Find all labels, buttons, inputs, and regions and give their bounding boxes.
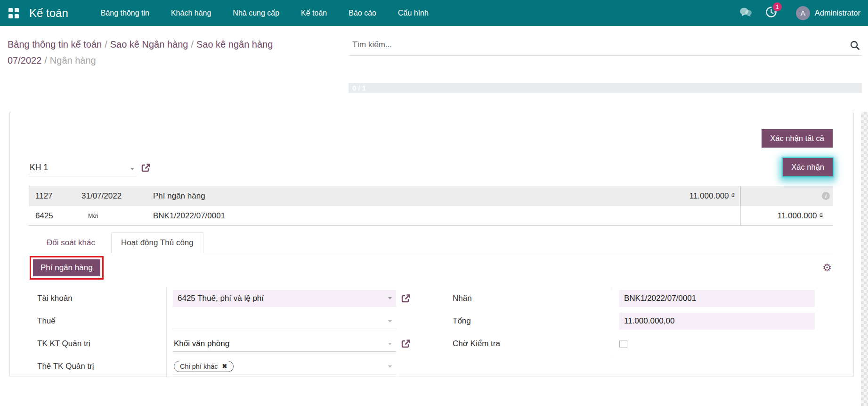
breadcrumb-current: Ngân hàng	[50, 55, 96, 66]
info-icon[interactable]: i	[822, 192, 830, 200]
tag-label: Chi phí khác	[180, 363, 218, 370]
cell-account: 1127	[29, 186, 81, 206]
journal-value: KH 1	[30, 163, 48, 172]
messages-icon[interactable]	[739, 7, 752, 19]
apps-grid-square	[15, 8, 19, 12]
chevron-down-icon[interactable]	[388, 320, 392, 323]
apps-grid-icon[interactable]	[8, 8, 19, 18]
table-row[interactable]: 1127 31/07/2022 Phí ngân hàng 11.000.000…	[29, 186, 833, 206]
account-select[interactable]: 6425 Thuế, phí và lệ phí	[173, 290, 396, 307]
page: Kế toán Bảng thông tin Khách hàng Nhà cu…	[0, 0, 868, 406]
external-link-icon[interactable]	[141, 163, 151, 173]
manual-operation-form: Tài khoản 6425 Thuế, phí và lệ phí	[29, 287, 833, 378]
app-title[interactable]: Kế toán	[29, 7, 68, 20]
cell-amount-debit: 11.000.000 ₫	[627, 186, 740, 206]
user-menu[interactable]: A Administrator	[796, 6, 860, 20]
breadcrumb-link-statements[interactable]: Sao kê Ngân hàng	[110, 39, 188, 50]
cell-label: Phí ngân hàng	[153, 186, 627, 206]
analytic-account-select[interactable]: Khối văn phòng	[173, 336, 396, 352]
navbar-right: 1 A Administrator	[739, 6, 868, 20]
control-panel: Bảng thông tin kế toán/Sao kê Ngân hàng/…	[0, 26, 868, 101]
field-label-account: Tài khoản	[29, 294, 166, 303]
breadcrumb: Bảng thông tin kế toán/Sao kê Ngân hàng/…	[8, 36, 337, 68]
tag-remove-icon[interactable]: ✖	[222, 363, 227, 369]
confirm-all-button[interactable]: Xác nhận tất cả	[762, 129, 833, 148]
tax-select[interactable]	[173, 313, 396, 329]
external-link-icon[interactable]	[401, 294, 411, 304]
table-row[interactable]: 6425 Mới BNK1/2022/07/0001 11.000.000 ₫	[29, 206, 833, 226]
chevron-down-icon[interactable]	[388, 343, 392, 345]
breadcrumb-separator: /	[102, 39, 110, 50]
field-label-analytic-account: TK KT Quản trị	[29, 339, 166, 348]
chevron-down-icon[interactable]	[388, 297, 392, 299]
menu-reports[interactable]: Báo cáo	[338, 0, 387, 26]
activities-clock-icon[interactable]: 1	[765, 6, 777, 20]
menu-vendors[interactable]: Nhà cung cấp	[222, 0, 290, 26]
tab-manual-operations[interactable]: Hoạt động Thủ công	[111, 232, 203, 253]
bank-fee-preset-button[interactable]: Phí ngân hàng	[33, 259, 100, 276]
field-label-to-check: Chờ Kiểm tra	[446, 339, 613, 348]
confirm-button[interactable]: Xác nhận	[783, 158, 833, 176]
notebook-tabs: Đối soát khác Hoạt động Thủ công	[29, 232, 833, 253]
tab-other-reconciliation[interactable]: Đối soát khác	[37, 233, 105, 253]
gear-icon[interactable]: ⚙	[822, 263, 832, 273]
field-label-total: Tổng	[446, 316, 613, 326]
cell-amount-credit: 11.000.000 ₫	[740, 206, 833, 225]
move-lines-table: 1127 31/07/2022 Phí ngân hàng 11.000.000…	[29, 186, 833, 226]
user-name: Administrator	[815, 8, 860, 17]
amount-value: 11.000.000 ₫	[778, 211, 823, 221]
tutorial-highlight-box: Phí ngân hàng	[30, 256, 104, 280]
search-area: 0 / 1	[349, 26, 862, 93]
main-menu: Bảng thông tin Khách hàng Nhà cung cấp K…	[90, 0, 439, 26]
field-label-name: Nhãn	[446, 294, 613, 303]
apps-grid-square	[15, 14, 19, 18]
to-check-checkbox[interactable]	[619, 340, 627, 348]
analytic-tags-select[interactable]: Chi phí khác ✖	[173, 358, 396, 374]
statement-line-card: Xác nhận tất cả KH 1 Xác nhận	[9, 112, 854, 376]
activity-count-badge: 1	[773, 2, 782, 11]
cell-date: 31/07/2022	[81, 186, 153, 206]
cell-label: BNK1/2022/07/0001	[153, 206, 627, 225]
pager: 0 / 1	[349, 83, 862, 93]
field-label-analytic-tags: Thẻ TK Quản trị	[29, 362, 166, 371]
breadcrumb-separator: /	[41, 55, 50, 66]
apps-grid-square	[8, 14, 13, 18]
label-value: BNK1/2022/07/0001	[624, 294, 696, 303]
top-navbar: Kế toán Bảng thông tin Khách hàng Nhà cu…	[0, 0, 868, 26]
account-value: 6425 Thuế, phí và lệ phí	[178, 294, 264, 303]
total-input[interactable]: 11.000.000,00	[619, 313, 815, 330]
journal-field[interactable]: KH 1	[29, 160, 136, 176]
menu-dashboard[interactable]: Bảng thông tin	[90, 0, 160, 26]
apps-grid-square	[8, 8, 13, 12]
label-input[interactable]: BNK1/2022/07/0001	[619, 290, 815, 307]
breadcrumb-separator: /	[188, 39, 196, 50]
menu-customers[interactable]: Khách hàng	[160, 0, 222, 26]
transparency-edge-strip	[861, 112, 868, 406]
chevron-down-icon[interactable]	[130, 168, 134, 170]
total-value: 11.000.000,00	[624, 316, 674, 326]
analytic-account-value: Khối văn phòng	[174, 339, 229, 348]
tag-chip[interactable]: Chi phí khác ✖	[174, 361, 234, 372]
cell-account: 6425	[29, 206, 81, 225]
breadcrumb-link-dashboard[interactable]: Bảng thông tin kế toán	[8, 39, 102, 50]
user-avatar: A	[796, 6, 810, 20]
chevron-down-icon[interactable]	[388, 365, 392, 368]
menu-configuration[interactable]: Cấu hình	[387, 0, 439, 26]
form-group-right: Nhãn BNK1/2022/07/0001 Tổng 11.000.000,0…	[446, 287, 833, 378]
form-group-left: Tài khoản 6425 Thuế, phí và lệ phí	[29, 287, 416, 378]
field-label-tax: Thuế	[29, 316, 166, 326]
search-input[interactable]	[349, 35, 862, 56]
status-badge: Mới	[88, 213, 98, 219]
cell-amount-credit: i	[740, 186, 833, 206]
cell-status: Mới	[81, 206, 153, 225]
search-icon[interactable]	[850, 40, 860, 52]
external-link-icon[interactable]	[401, 339, 411, 349]
cell-amount-debit	[627, 206, 740, 225]
menu-accounting[interactable]: Kế toán	[290, 0, 338, 26]
